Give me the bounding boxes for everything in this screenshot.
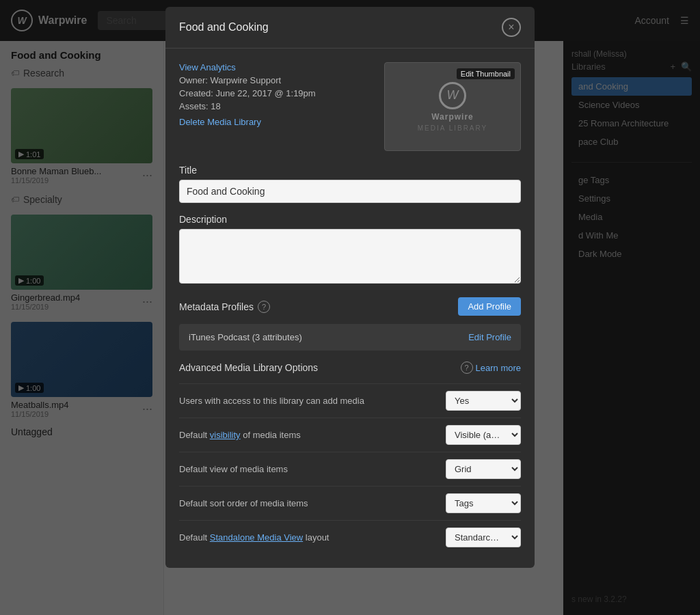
modal-thumbnail[interactable]: Edit Thumbnail W Warpwire MEDIA LIBRARY <box>384 62 521 151</box>
modal-close-button[interactable]: × <box>502 18 521 37</box>
option-select-1[interactable]: Visible (a… Hidden <box>446 425 521 445</box>
view-analytics-link[interactable]: View Analytics <box>179 62 371 72</box>
option-label-1: Default visibility of media items <box>179 430 446 440</box>
option-select-2[interactable]: Grid List <box>446 459 521 479</box>
modal-body: View Analytics Owner: Warpwire Support C… <box>165 49 535 568</box>
edit-thumbnail-button[interactable]: Edit Thumbnail <box>457 68 515 79</box>
option-label-4: Default Standalone Media View layout <box>179 532 446 543</box>
description-label: Description <box>179 214 521 225</box>
option-row-1: Default visibility of media items Visibl… <box>179 418 521 452</box>
modal-assets: Assets: 18 <box>179 101 371 111</box>
title-input[interactable] <box>179 180 521 203</box>
edit-profile-link[interactable]: Edit Profile <box>468 332 511 342</box>
option-select-3[interactable]: Tags Date Title <box>446 493 521 513</box>
thumbnail-logo: W Warpwire MEDIA LIBRARY <box>418 82 488 132</box>
modal-owner: Owner: Warpwire Support <box>179 75 371 85</box>
thumbnail-logo-name: Warpwire <box>431 112 474 122</box>
option-label-3: Default sort order of media items <box>179 498 446 508</box>
modal-header: Food and Cooking × <box>165 7 535 49</box>
modal-meta: View Analytics Owner: Warpwire Support C… <box>179 62 371 151</box>
thumbnail-logo-sub: MEDIA LIBRARY <box>418 124 488 132</box>
itunes-profile-row: iTunes Podcast (3 attributes) Edit Profi… <box>179 324 521 351</box>
metadata-profiles-title: Metadata Profiles ? <box>179 301 270 313</box>
title-field-group: Title <box>179 165 521 203</box>
learn-more-link[interactable]: Learn more <box>476 363 521 373</box>
description-input[interactable] <box>179 229 521 284</box>
metadata-help-icon[interactable]: ? <box>258 301 270 313</box>
option-row-0: Users with access to this library can ad… <box>179 383 521 418</box>
thumbnail-logo-icon: W <box>439 82 466 109</box>
modal-title: Food and Cooking <box>179 21 269 33</box>
profile-name: iTunes Podcast (3 attributes) <box>189 332 302 342</box>
modal-top-section: View Analytics Owner: Warpwire Support C… <box>179 62 521 151</box>
visibility-link[interactable]: visibility <box>210 430 241 440</box>
metadata-profiles-header: Metadata Profiles ? Add Profile <box>179 297 521 316</box>
description-field-group: Description <box>179 214 521 286</box>
advanced-options-title: Advanced Media Library Options <box>179 362 318 373</box>
advanced-options-section: Advanced Media Library Options ? Learn m… <box>179 361 521 554</box>
standalone-link[interactable]: Standalone Media View <box>210 532 303 543</box>
add-profile-button[interactable]: Add Profile <box>458 297 521 316</box>
option-row-2: Default view of media items Grid List <box>179 452 521 486</box>
option-label-0: Users with access to this library can ad… <box>179 396 446 406</box>
option-select-4[interactable]: Standarc… Compact <box>446 528 521 547</box>
option-label-2: Default view of media items <box>179 464 446 474</box>
modal-dialog: Food and Cooking × View Analytics Owner:… <box>165 7 535 568</box>
metadata-profiles-section: Metadata Profiles ? Add Profile iTunes P… <box>179 297 521 351</box>
delete-library-link[interactable]: Delete Media Library <box>179 117 371 127</box>
option-row-3: Default sort order of media items Tags D… <box>179 486 521 520</box>
option-row-4: Default Standalone Media View layout Sta… <box>179 520 521 554</box>
title-label: Title <box>179 165 521 176</box>
modal-created: Created: June 22, 2017 @ 1:19pm <box>179 88 371 98</box>
modal-overlay: Food and Cooking × View Analytics Owner:… <box>0 0 700 615</box>
advanced-help-icon[interactable]: ? <box>461 361 473 374</box>
advanced-options-header: Advanced Media Library Options ? Learn m… <box>179 361 521 374</box>
learn-more-wrap: ? Learn more <box>461 361 521 374</box>
option-select-0[interactable]: Yes No <box>446 391 521 411</box>
